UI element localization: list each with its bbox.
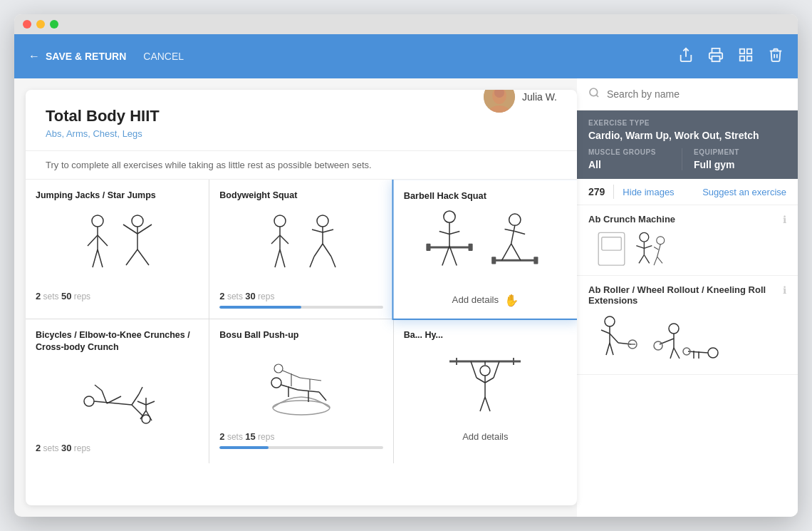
hand-icon: ✋ — [504, 293, 519, 306]
svg-line-57 — [107, 396, 121, 403]
close-button[interactable] — [23, 20, 31, 29]
svg-point-102 — [657, 237, 665, 244]
svg-line-103 — [657, 244, 661, 257]
svg-line-13 — [98, 235, 108, 246]
svg-point-116 — [669, 324, 679, 334]
exercise-list: Ab Crunch Machine — [577, 205, 798, 517]
list-item-2-name: Ab Roller / Wheel Rollout / Kneeling Rol… — [588, 284, 774, 306]
svg-line-30 — [312, 230, 323, 232]
exercise-card-6[interactable]: Ba... Hy... — [394, 319, 577, 463]
svg-line-58 — [132, 394, 139, 405]
exercise-name-4: Bicycles / Elbow-to-Knee Crunches / Cros… — [36, 329, 199, 353]
svg-line-27 — [280, 249, 285, 267]
exercise-card-1[interactable]: Jumping Jacks / Star Jumps — [26, 180, 209, 319]
list-item-2[interactable]: Ab Roller / Wheel Rollout / Kneeling Rol… — [577, 276, 798, 375]
svg-point-69 — [271, 378, 281, 388]
svg-point-122 — [708, 348, 718, 358]
exercise-type-value: Cardio, Warm Up, Work Out, Stretch — [588, 130, 786, 141]
workout-tags: Abs, Arms, Chest, Legs — [46, 128, 557, 139]
progress-bar-5 — [219, 446, 382, 449]
library-panel: EXERCISE TYPE Cardio, Warm Up, Work Out,… — [577, 78, 798, 517]
exercise-image-3 — [403, 207, 567, 287]
exercise-image-5 — [219, 347, 382, 426]
svg-line-120 — [670, 348, 674, 359]
svg-line-115 — [610, 343, 613, 355]
svg-rect-51 — [533, 257, 538, 264]
svg-point-107 — [605, 316, 615, 326]
exercise-image-4 — [36, 359, 199, 437]
toolbar-right — [678, 47, 784, 66]
svg-line-33 — [310, 257, 314, 267]
svg-line-15 — [98, 249, 103, 267]
svg-line-12 — [88, 235, 98, 246]
svg-line-43 — [442, 246, 449, 266]
exercise-card-3[interactable]: Barbell Hack Squat — [392, 180, 577, 320]
svg-line-91 — [485, 397, 490, 411]
svg-point-36 — [443, 211, 454, 222]
svg-line-35 — [331, 257, 335, 267]
svg-line-104 — [654, 247, 658, 250]
layout-icon[interactable] — [738, 47, 754, 66]
svg-point-119 — [654, 341, 662, 350]
svg-line-56 — [102, 391, 107, 403]
toolbar-left: ← SAVE & RETURN CANCEL — [28, 50, 184, 63]
add-details-button-3[interactable]: Add details ✋ — [403, 293, 567, 306]
svg-point-22 — [274, 215, 286, 227]
exercise-stats-1: 2 sets 50 reps — [36, 291, 199, 301]
svg-line-114 — [606, 343, 610, 355]
svg-line-100 — [639, 255, 644, 264]
hide-images-button[interactable]: Hide images — [623, 187, 674, 197]
search-input[interactable] — [607, 88, 786, 100]
svg-line-60 — [132, 405, 142, 416]
add-details-label-6: Add details — [462, 431, 508, 442]
exercise-card-4[interactable]: Bicycles / Elbow-to-Knee Crunches / Cros… — [26, 319, 209, 463]
svg-line-98 — [636, 246, 644, 249]
save-return-button[interactable]: ← SAVE & RETURN — [28, 50, 126, 63]
svg-line-39 — [449, 232, 459, 234]
muscle-groups-label: MUSCLE GROUPS — [588, 148, 681, 156]
svg-line-31 — [323, 230, 333, 232]
print-icon[interactable] — [708, 47, 724, 66]
exercise-name-2: Bodyweight Squat — [219, 190, 382, 201]
svg-point-83 — [480, 366, 490, 376]
cancel-button[interactable]: CANCEL — [143, 51, 184, 62]
avatar — [484, 90, 515, 113]
app-window: ← SAVE & RETURN CANCEL — [14, 14, 798, 517]
info-icon-1[interactable]: ℹ — [783, 214, 786, 225]
svg-line-90 — [480, 397, 485, 411]
maximize-button[interactable] — [50, 20, 58, 29]
toolbar: ← SAVE & RETURN CANCEL — [14, 34, 798, 78]
svg-line-32 — [314, 244, 323, 257]
share-icon[interactable] — [678, 47, 694, 66]
svg-rect-3 — [747, 48, 751, 53]
exercise-image-1 — [36, 207, 199, 285]
search-icon — [588, 87, 600, 101]
exercise-card-2[interactable]: Bodyweight Squat — [209, 180, 392, 319]
title-bar — [14, 14, 798, 34]
svg-line-88 — [485, 378, 494, 383]
suggest-exercise-button[interactable]: Suggest an exercise — [702, 187, 786, 197]
exercise-card-5[interactable]: Bosu Ball Push-up — [209, 319, 392, 463]
svg-point-54 — [84, 396, 94, 406]
svg-line-121 — [674, 348, 680, 359]
add-details-label-3: Add details — [452, 295, 499, 306]
svg-line-123 — [688, 351, 708, 353]
svg-point-45 — [509, 214, 520, 225]
svg-rect-41 — [426, 244, 430, 251]
list-item-1-content: Ab Crunch Machine — [588, 214, 774, 267]
exercise-grid: Jumping Jacks / Star Jumps — [26, 180, 577, 463]
list-item-1[interactable]: Ab Crunch Machine — [577, 205, 798, 276]
exercise-stats-5: 2 sets 15 reps — [219, 431, 382, 442]
minimize-button[interactable] — [36, 20, 45, 29]
search-bar — [577, 78, 798, 110]
svg-line-61 — [95, 385, 102, 391]
svg-line-21 — [137, 249, 149, 265]
info-icon-2[interactable]: ℹ — [783, 284, 786, 296]
svg-line-47 — [504, 230, 514, 232]
svg-line-64 — [137, 401, 146, 405]
filter-section: EXERCISE TYPE Cardio, Warm Up, Work Out,… — [577, 110, 798, 179]
add-details-button-6[interactable]: Add details — [404, 431, 567, 442]
svg-line-48 — [514, 232, 524, 234]
delete-icon[interactable] — [768, 47, 784, 66]
equipment-label: EQUIPMENT — [694, 148, 786, 156]
